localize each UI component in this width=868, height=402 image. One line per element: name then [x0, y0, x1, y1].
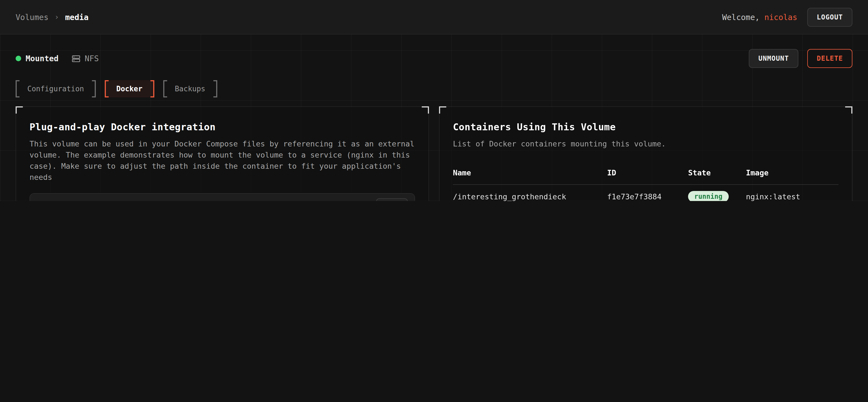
status-left: Mounted NFS [16, 54, 99, 63]
breadcrumb-volumes[interactable]: Volumes [16, 12, 49, 22]
compose-code-card: docker-compose.yml Copy services: nginx:… [30, 193, 415, 201]
panel-corner-top-left [16, 106, 23, 113]
top-bar-right: Welcome, nicolas LOGOUT [722, 7, 852, 27]
compose-copy-button[interactable]: Copy [376, 198, 408, 201]
tab-bar: Configuration Docker Backups [16, 80, 852, 97]
containers-table-body: /interesting_grothendieck f1e73e7f3884 r… [453, 185, 838, 201]
top-bar: Volumes › media Welcome, nicolas LOGOUT [0, 0, 868, 35]
nfs-server-icon [72, 54, 80, 63]
volume-detail-page: Volumes › media Welcome, nicolas LOGOUT … [0, 0, 868, 201]
panel-corner-top-left [439, 106, 446, 113]
status-actions: UNMOUNT DELETE [749, 49, 852, 68]
nfs-label: NFS [85, 54, 99, 63]
container-image: nginx:latest [746, 185, 838, 201]
tab-docker[interactable]: Docker [105, 80, 154, 97]
mounted-status-dot [16, 56, 21, 61]
panel-corner-top-right [845, 106, 852, 113]
delete-button[interactable]: DELETE [807, 49, 852, 68]
panels: Plug-and-play Docker integration This vo… [16, 106, 852, 201]
tab-bracket-right [150, 80, 154, 97]
column-header-name: Name [453, 163, 607, 185]
tab-bracket-right [92, 80, 96, 97]
breadcrumb-separator-icon: › [55, 13, 59, 21]
breadcrumb-current-media: media [65, 12, 89, 22]
mounted-label: Mounted [26, 54, 59, 63]
tab-backups[interactable]: Backups [163, 80, 217, 97]
logout-button[interactable]: LOGOUT [807, 7, 852, 27]
status-row: Mounted NFS UNMOUNT DELETE [16, 49, 852, 68]
tab-label: Configuration [27, 85, 84, 93]
breadcrumb: Volumes › media [16, 12, 89, 22]
nfs-status: NFS [72, 54, 99, 63]
containers-table: Name ID State Image /interesting_grothen… [453, 163, 838, 201]
welcome-text: Welcome, nicolas [722, 12, 797, 22]
containers-panel-subtitle: List of Docker containers mounting this … [453, 138, 838, 149]
column-header-id: ID [607, 163, 688, 185]
table-row: /interesting_grothendieck f1e73e7f3884 r… [453, 185, 838, 201]
tab-label: Backups [175, 85, 205, 93]
tab-bracket-left [163, 80, 167, 97]
state-badge: running [688, 191, 728, 201]
mounted-status: Mounted [16, 54, 59, 63]
container-name: /interesting_grothendieck [453, 185, 607, 201]
tab-bracket-right [213, 80, 217, 97]
container-id: f1e73e7f3884 [607, 185, 688, 201]
tab-bracket-left [16, 80, 20, 97]
containers-panel: Containers Using This Volume List of Doc… [439, 106, 852, 201]
welcome-label: Welcome, [722, 12, 760, 22]
compose-code-header: docker-compose.yml Copy [30, 194, 414, 201]
docker-panel-description: This volume can be used in your Docker C… [30, 138, 415, 182]
panel-corner-top-right [422, 106, 429, 113]
username: nicolas [764, 12, 797, 22]
containers-panel-title: Containers Using This Volume [453, 122, 838, 133]
column-header-state: State [688, 163, 746, 185]
docker-integration-panel: Plug-and-play Docker integration This vo… [16, 106, 429, 201]
containers-table-head: Name ID State Image [453, 163, 838, 185]
tab-configuration[interactable]: Configuration [16, 80, 96, 97]
column-header-image: Image [746, 163, 838, 185]
unmount-button[interactable]: UNMOUNT [749, 49, 799, 68]
tab-bracket-left [105, 80, 108, 97]
tab-label: Docker [117, 85, 143, 93]
docker-panel-title: Plug-and-play Docker integration [30, 122, 415, 133]
